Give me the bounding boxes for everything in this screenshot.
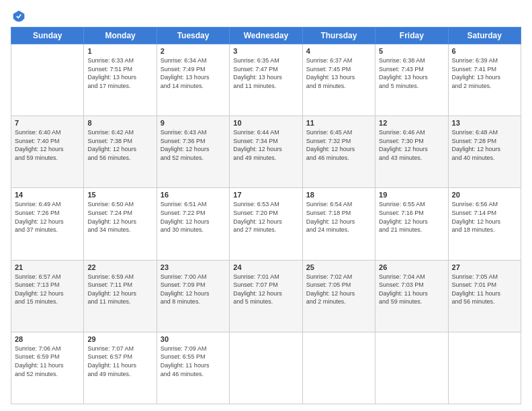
calendar-week-row: 7Sunrise: 6:40 AM Sunset: 7:40 PM Daylig… [11,116,521,188]
day-number: 15 [87,191,152,199]
calendar-table: SundayMondayTuesdayWednesdayThursdayFrid… [11,27,521,404]
calendar-cell: 2Sunrise: 6:34 AM Sunset: 7:49 PM Daylig… [157,44,229,116]
day-number: 5 [379,47,444,55]
calendar-cell: 27Sunrise: 7:05 AM Sunset: 7:01 PM Dayli… [448,260,521,332]
day-info: Sunrise: 6:44 AM Sunset: 7:34 PM Dayligh… [233,128,298,162]
calendar-cell: 22Sunrise: 6:59 AM Sunset: 7:11 PM Dayli… [84,260,157,332]
day-number: 20 [452,191,517,199]
weekday-header-wednesday: Wednesday [230,28,302,44]
day-number: 16 [161,191,226,199]
day-number: 10 [233,119,298,127]
day-info: Sunrise: 7:00 AM Sunset: 7:09 PM Dayligh… [161,273,226,306]
day-info: Sunrise: 6:54 AM Sunset: 7:18 PM Dayligh… [306,200,371,234]
day-info: Sunrise: 6:55 AM Sunset: 7:16 PM Dayligh… [379,200,444,234]
day-number: 21 [15,263,80,271]
calendar-week-row: 14Sunrise: 6:49 AM Sunset: 7:26 PM Dayli… [11,188,521,260]
calendar-cell: 8Sunrise: 6:42 AM Sunset: 7:38 PM Daylig… [84,116,157,188]
calendar-cell: 4Sunrise: 6:37 AM Sunset: 7:45 PM Daylig… [302,44,375,116]
day-number: 3 [233,47,298,55]
weekday-header-thursday: Thursday [302,28,375,44]
weekday-header-saturday: Saturday [448,28,521,44]
day-number: 30 [161,335,226,343]
day-number: 28 [15,335,80,343]
day-info: Sunrise: 7:05 AM Sunset: 7:01 PM Dayligh… [452,273,517,306]
calendar-cell: 11Sunrise: 6:45 AM Sunset: 7:32 PM Dayli… [302,116,375,188]
calendar-cell: 21Sunrise: 6:57 AM Sunset: 7:13 PM Dayli… [11,260,84,332]
calendar-cell [375,332,448,404]
day-info: Sunrise: 6:45 AM Sunset: 7:32 PM Dayligh… [306,128,371,162]
calendar-cell: 30Sunrise: 7:09 AM Sunset: 6:55 PM Dayli… [157,332,229,404]
day-number: 27 [452,263,517,271]
calendar-cell: 23Sunrise: 7:00 AM Sunset: 7:09 PM Dayli… [157,260,229,332]
day-info: Sunrise: 6:34 AM Sunset: 7:49 PM Dayligh… [161,56,226,90]
day-number: 8 [87,119,152,127]
day-info: Sunrise: 6:48 AM Sunset: 7:28 PM Dayligh… [452,128,517,162]
day-number: 14 [15,191,80,199]
header [11,7,521,23]
calendar-cell: 9Sunrise: 6:43 AM Sunset: 7:36 PM Daylig… [157,116,229,188]
day-info: Sunrise: 6:33 AM Sunset: 7:51 PM Dayligh… [87,56,152,90]
day-info: Sunrise: 6:39 AM Sunset: 7:41 PM Dayligh… [452,56,517,90]
day-info: Sunrise: 6:53 AM Sunset: 7:20 PM Dayligh… [233,200,298,234]
calendar-cell [230,332,302,404]
calendar-cell: 15Sunrise: 6:50 AM Sunset: 7:24 PM Dayli… [84,188,157,260]
calendar-cell: 14Sunrise: 6:49 AM Sunset: 7:26 PM Dayli… [11,188,84,260]
calendar-cell: 24Sunrise: 7:01 AM Sunset: 7:07 PM Dayli… [230,260,302,332]
logo [11,9,26,23]
calendar-cell: 17Sunrise: 6:53 AM Sunset: 7:20 PM Dayli… [230,188,302,260]
day-info: Sunrise: 6:59 AM Sunset: 7:11 PM Dayligh… [87,273,152,306]
day-number: 11 [306,119,371,127]
day-number: 22 [87,263,152,271]
day-number: 19 [379,191,444,199]
day-info: Sunrise: 7:01 AM Sunset: 7:07 PM Dayligh… [233,273,298,306]
day-info: Sunrise: 6:38 AM Sunset: 7:43 PM Dayligh… [379,56,444,90]
day-info: Sunrise: 6:50 AM Sunset: 7:24 PM Dayligh… [87,200,152,234]
calendar-cell: 19Sunrise: 6:55 AM Sunset: 7:16 PM Dayli… [375,188,448,260]
day-info: Sunrise: 6:46 AM Sunset: 7:30 PM Dayligh… [379,128,444,162]
calendar-cell: 12Sunrise: 6:46 AM Sunset: 7:30 PM Dayli… [375,116,448,188]
day-info: Sunrise: 6:42 AM Sunset: 7:38 PM Dayligh… [87,128,152,162]
logo-icon [12,9,26,23]
day-info: Sunrise: 7:06 AM Sunset: 6:59 PM Dayligh… [15,345,80,378]
weekday-header-friday: Friday [375,28,448,44]
day-info: Sunrise: 6:43 AM Sunset: 7:36 PM Dayligh… [161,128,226,162]
calendar-cell: 28Sunrise: 7:06 AM Sunset: 6:59 PM Dayli… [11,332,84,404]
day-info: Sunrise: 6:35 AM Sunset: 7:47 PM Dayligh… [233,56,298,90]
calendar-cell: 7Sunrise: 6:40 AM Sunset: 7:40 PM Daylig… [11,116,84,188]
day-info: Sunrise: 7:02 AM Sunset: 7:05 PM Dayligh… [306,273,371,306]
weekday-header-row: SundayMondayTuesdayWednesdayThursdayFrid… [11,28,521,44]
day-number: 26 [379,263,444,271]
calendar-cell: 29Sunrise: 7:07 AM Sunset: 6:57 PM Dayli… [84,332,157,404]
weekday-header-sunday: Sunday [11,28,84,44]
calendar-cell: 13Sunrise: 6:48 AM Sunset: 7:28 PM Dayli… [448,116,521,188]
calendar-cell: 6Sunrise: 6:39 AM Sunset: 7:41 PM Daylig… [448,44,521,116]
day-number: 1 [87,47,152,55]
calendar-week-row: 28Sunrise: 7:06 AM Sunset: 6:59 PM Dayli… [11,332,521,404]
day-number: 18 [306,191,371,199]
day-info: Sunrise: 6:57 AM Sunset: 7:13 PM Dayligh… [15,273,80,306]
day-number: 29 [87,335,152,343]
calendar-cell: 10Sunrise: 6:44 AM Sunset: 7:34 PM Dayli… [230,116,302,188]
weekday-header-tuesday: Tuesday [157,28,229,44]
day-info: Sunrise: 6:56 AM Sunset: 7:14 PM Dayligh… [452,200,517,234]
calendar-cell: 3Sunrise: 6:35 AM Sunset: 7:47 PM Daylig… [230,44,302,116]
calendar-cell [302,332,375,404]
day-number: 24 [233,263,298,271]
day-number: 2 [161,47,226,55]
day-info: Sunrise: 6:40 AM Sunset: 7:40 PM Dayligh… [15,128,80,162]
day-number: 4 [306,47,371,55]
calendar-cell: 20Sunrise: 6:56 AM Sunset: 7:14 PM Dayli… [448,188,521,260]
calendar-cell: 1Sunrise: 6:33 AM Sunset: 7:51 PM Daylig… [84,44,157,116]
day-info: Sunrise: 6:51 AM Sunset: 7:22 PM Dayligh… [161,200,226,234]
day-number: 12 [379,119,444,127]
day-info: Sunrise: 6:37 AM Sunset: 7:45 PM Dayligh… [306,56,371,90]
calendar-cell: 5Sunrise: 6:38 AM Sunset: 7:43 PM Daylig… [375,44,448,116]
calendar-week-row: 1Sunrise: 6:33 AM Sunset: 7:51 PM Daylig… [11,44,521,116]
calendar-cell [11,44,84,116]
calendar-cell: 18Sunrise: 6:54 AM Sunset: 7:18 PM Dayli… [302,188,375,260]
page: SundayMondayTuesdayWednesdayThursdayFrid… [0,0,532,411]
day-number: 13 [452,119,517,127]
day-info: Sunrise: 7:04 AM Sunset: 7:03 PM Dayligh… [379,273,444,306]
day-info: Sunrise: 6:49 AM Sunset: 7:26 PM Dayligh… [15,200,80,234]
calendar-cell: 16Sunrise: 6:51 AM Sunset: 7:22 PM Dayli… [157,188,229,260]
